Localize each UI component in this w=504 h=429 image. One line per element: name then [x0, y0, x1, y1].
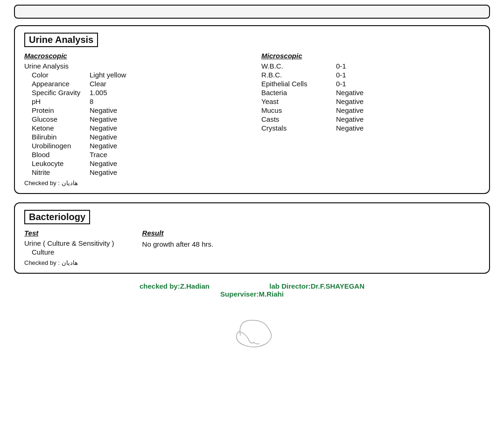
- micro-value: 0-1: [336, 62, 346, 70]
- micro-value: 0-1: [336, 80, 346, 88]
- test-label: Urine ( Culture & Sensitivity ): [24, 239, 114, 247]
- macroscopic-heading: Macroscopic: [24, 52, 243, 60]
- macro-row: ProteinNegative: [24, 106, 243, 115]
- bacteriology-checked-by: Checked by : هادیان: [24, 259, 480, 266]
- macro-row: Urine Analysis: [24, 62, 243, 70]
- macro-value: Light yellow: [90, 71, 126, 79]
- micro-value: Negative: [336, 97, 364, 105]
- macro-value: Trace: [90, 151, 107, 159]
- macro-value: Negative: [90, 133, 117, 141]
- checked-by-label: Checked by :: [24, 180, 60, 187]
- micro-row: BacteriaNegative: [261, 88, 480, 97]
- macro-label: Appearance: [24, 80, 90, 88]
- checked-by-value: هادیان: [62, 180, 78, 187]
- micro-value: Negative: [336, 115, 364, 123]
- macro-row: BilirubinNegative: [24, 132, 243, 141]
- micro-label: Epithelial Cells: [261, 80, 336, 88]
- macro-row: Specific Gravity1.005: [24, 88, 243, 97]
- macro-value: Negative: [90, 106, 117, 114]
- macro-value: Clear: [90, 80, 106, 88]
- macro-row: GlucoseNegative: [24, 115, 243, 124]
- footer-superviser: Superviser:M.Riahi: [220, 290, 284, 298]
- macro-label: Bilirubin: [24, 133, 90, 141]
- macro-value: Negative: [90, 124, 117, 132]
- micro-row: W.B.C.0-1: [261, 62, 480, 70]
- test-col: Test Urine ( Culture & Sensitivity ) Cul…: [24, 229, 114, 256]
- bacteriology-section: Bacteriology Test Urine ( Culture & Sens…: [14, 202, 490, 274]
- footer-line2: Superviser:M.Riahi: [14, 290, 490, 298]
- macro-value: Negative: [90, 159, 117, 167]
- micro-row: MucusNegative: [261, 106, 480, 115]
- top-bar: [14, 5, 490, 19]
- micro-row: Epithelial Cells0-1: [261, 79, 480, 88]
- macro-value: Negative: [90, 168, 117, 176]
- bact-checked-by-value: هادیان: [62, 259, 78, 266]
- urine-analysis-section: Urine Analysis Macroscopic Urine Analysi…: [14, 25, 490, 194]
- macro-label: Glucose: [24, 115, 90, 123]
- micro-label: Mucus: [261, 106, 336, 114]
- micro-row: CastsNegative: [261, 115, 480, 124]
- macro-row: BloodTrace: [24, 150, 243, 159]
- footer: checked by:Z.Hadian lab Director:Dr.F.SH…: [14, 282, 490, 298]
- macro-row: NitriteNegative: [24, 168, 243, 177]
- macro-row: AppearanceClear: [24, 79, 243, 88]
- macro-label: Specific Gravity: [24, 89, 90, 97]
- micro-label: W.B.C.: [261, 62, 336, 70]
- footer-checked-by: checked by:Z.Hadian: [140, 282, 210, 290]
- bact-checked-by-label: Checked by :: [24, 259, 60, 266]
- footer-line1: checked by:Z.Hadian lab Director:Dr.F.SH…: [14, 282, 490, 290]
- footer-lab-director: lab Director:Dr.F.SHAYEGAN: [269, 282, 364, 290]
- macro-row: LeukocyteNegative: [24, 159, 243, 168]
- micro-row: CrystalsNegative: [261, 124, 480, 132]
- macroscopic-col: Macroscopic Urine AnalysisColorLight yel…: [24, 52, 252, 187]
- macro-label: Leukocyte: [24, 159, 90, 167]
- test-heading: Test: [24, 229, 114, 237]
- macro-label: Color: [24, 71, 90, 79]
- micro-value: Negative: [336, 89, 364, 97]
- micro-label: Casts: [261, 115, 336, 123]
- micro-value: Negative: [336, 106, 364, 114]
- macro-label: Protein: [24, 106, 90, 114]
- test-label-row: Urine ( Culture & Sensitivity ): [24, 239, 114, 248]
- signature-svg: [212, 312, 292, 354]
- macro-value: 8: [90, 97, 93, 105]
- macro-label: pH: [24, 97, 90, 105]
- macro-label: Urine Analysis: [24, 62, 90, 70]
- microscopic-col: Microscopic W.B.C.0-1R.B.C.0-1Epithelial…: [252, 52, 480, 187]
- culture-row: Culture: [24, 248, 114, 256]
- macro-row: pH8: [24, 97, 243, 106]
- bacteriology-title: Bacteriology: [24, 210, 90, 224]
- urine-checked-by: Checked by : هادیان: [24, 180, 243, 187]
- micro-label: Crystals: [261, 124, 336, 132]
- macro-label: Blood: [24, 151, 90, 159]
- micro-value: 0-1: [336, 71, 346, 79]
- micro-label: Bacteria: [261, 89, 336, 97]
- macro-value: 1.005: [90, 89, 107, 97]
- micro-row: YeastNegative: [261, 97, 480, 106]
- macro-label: Ketone: [24, 124, 90, 132]
- micro-value: Negative: [336, 124, 364, 132]
- macro-value: Negative: [90, 142, 117, 150]
- macro-label: Urobilinogen: [24, 142, 90, 150]
- micro-label: R.B.C.: [261, 71, 336, 79]
- macro-row: ColorLight yellow: [24, 70, 243, 79]
- macro-value: Negative: [90, 115, 117, 123]
- culture-label: Culture: [24, 248, 90, 256]
- culture-value: No growth after 48 hrs.: [142, 240, 214, 248]
- culture-value-row: No growth after 48 hrs.: [142, 240, 214, 249]
- macro-row: KetoneNegative: [24, 124, 243, 132]
- macro-label: Nitrite: [24, 168, 90, 176]
- result-col: Result No growth after 48 hrs.: [142, 229, 214, 256]
- micro-label: Yeast: [261, 97, 336, 105]
- signature-area: [14, 312, 490, 354]
- microscopic-heading: Microscopic: [261, 52, 480, 60]
- micro-row: R.B.C.0-1: [261, 70, 480, 79]
- urine-title: Urine Analysis: [24, 33, 98, 47]
- macro-row: UrobilinogenNegative: [24, 141, 243, 150]
- result-heading: Result: [142, 229, 214, 237]
